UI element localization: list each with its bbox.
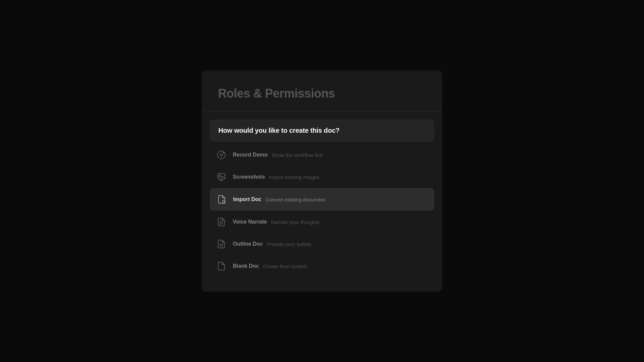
question-box: How would you like to create this doc? (210, 120, 434, 141)
outline-doc-desc: Provide your bullets (267, 241, 311, 247)
svg-point-1 (223, 152, 225, 154)
main-panel: Roles & Permissions How would you like t… (202, 70, 442, 292)
blank-doc-content: Blank Doc Create from scratch (233, 263, 307, 269)
blank-doc-desc: Create from scratch (263, 263, 307, 269)
panel-body: How would you like to create this doc? R… (202, 112, 442, 292)
question-text: How would you like to create this doc? (218, 127, 339, 134)
voice-narrate-content: Voice Narrate Narrate your thoughts (233, 219, 320, 225)
import-doc-desc: Convert existing document (265, 197, 325, 202)
panel-header: Roles & Permissions (202, 70, 442, 112)
outline-doc-icon (215, 238, 227, 250)
svg-point-0 (220, 154, 223, 156)
option-record-demo[interactable]: Record Demo Show the workflow live (210, 144, 434, 166)
outline-doc-label: Outline Doc (233, 241, 263, 247)
blank-doc-icon (215, 260, 227, 272)
option-voice-narrate[interactable]: Voice Narrate Narrate your thoughts (210, 211, 434, 233)
import-doc-label: Import Doc (233, 196, 261, 202)
screenshots-desc: Import existing images (269, 174, 319, 180)
panel-title: Roles & Permissions (218, 86, 426, 101)
screenshots-label: Screenshots (233, 174, 265, 180)
record-demo-desc: Show the workflow live (272, 152, 323, 158)
record-demo-label: Record Demo (233, 152, 268, 158)
options-list: Record Demo Show the workflow live (210, 144, 434, 277)
option-outline-doc[interactable]: Outline Doc Provide your bullets (210, 233, 434, 255)
svg-line-5 (225, 202, 225, 203)
option-import-doc[interactable]: Import Doc Convert existing document (210, 188, 434, 210)
import-doc-icon (216, 193, 228, 205)
record-demo-content: Record Demo Show the workflow live (233, 152, 323, 158)
voice-narrate-icon (215, 216, 227, 228)
record-demo-icon (215, 149, 227, 161)
voice-narrate-label: Voice Narrate (233, 219, 267, 225)
screenshots-icon (215, 171, 227, 183)
import-doc-content: Import Doc Convert existing document (233, 196, 325, 202)
option-screenshots[interactable]: Screenshots Import existing images (210, 166, 434, 188)
screenshots-content: Screenshots Import existing images (233, 174, 319, 180)
voice-narrate-desc: Narrate your thoughts (271, 219, 320, 225)
outline-doc-content: Outline Doc Provide your bullets (233, 241, 311, 247)
svg-rect-2 (218, 174, 225, 179)
option-blank-doc[interactable]: Blank Doc Create from scratch (210, 255, 434, 277)
blank-doc-label: Blank Doc (233, 263, 259, 269)
